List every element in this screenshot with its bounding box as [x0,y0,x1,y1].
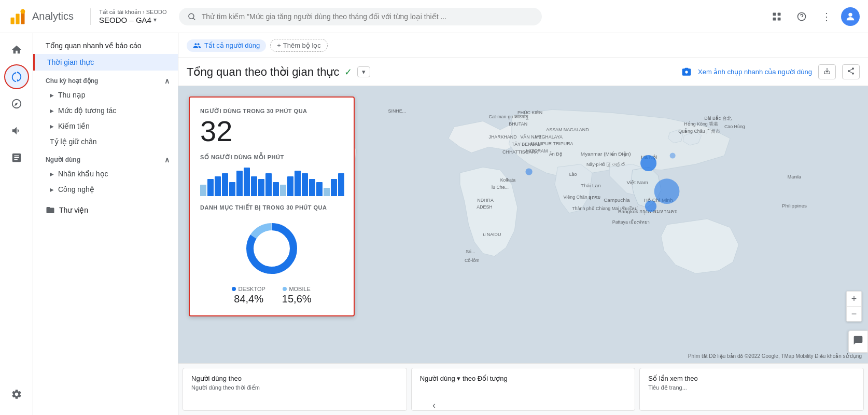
bar [309,179,315,196]
explore-icon[interactable] [4,91,29,116]
bottom-card-3-sub: Tiêu đề trang... [648,384,855,391]
lifecycle-collapse-icon: ∧ [164,77,170,85]
map-attribution: Phím tắt Dữ liệu bản đồ ©2022 Google, TM… [688,353,862,359]
svg-text:Hồng Kông 香港: Hồng Kông 香港 [684,121,718,127]
add-filter-chip[interactable]: + Thêm bộ lọc [270,39,328,52]
sidebar-item-overview[interactable]: Tổng quan nhanh về báo cáo [33,37,178,54]
svg-point-55 [654,178,680,204]
segment-icon [193,42,201,50]
bar [251,176,257,197]
donut-container: DESKTOP 84,4% MOBILE 15,6% [200,217,343,305]
svg-text:Sri...: Sri... [466,249,475,254]
mobile-pct: 15,6% [282,293,312,305]
bar [229,182,235,197]
bar [244,168,250,196]
search-bar[interactable] [179,8,542,25]
sidebar-overview-label: Tổng quan nhanh về báo cáo [46,42,142,50]
dropdown-button[interactable]: ▾ [357,66,370,77]
desktop-label-row: DESKTOP [232,286,265,292]
export-button[interactable] [818,64,836,79]
header-actions: ⋮ [766,6,860,27]
zoom-in-button[interactable]: + [847,292,861,306]
zoom-out-button[interactable]: − [847,307,861,321]
bottom-card-2: Người dùng ▾ theo Đối tượng [411,368,636,411]
rail-bottom [4,382,29,411]
bottom-card-1-sub: Người dùng theo thời điểm [191,384,398,391]
svg-point-12 [848,12,852,16]
svg-text:Việt Nam: Việt Nam [627,179,648,185]
svg-text:Philippines: Philippines [782,203,807,209]
account-selector[interactable]: Tất cả tài khoản › SEODO SEODO – GA4 ▾ [99,9,166,24]
bar [236,171,243,197]
library-folder-icon [46,205,55,215]
sidebar-realtime-label: Thời gian thực [47,58,94,66]
help-button[interactable] [791,6,812,27]
sidebar-item-tech[interactable]: ▶ Công nghệ [33,182,178,197]
bottom-card-1-title: Người dùng theo [191,375,398,382]
bar [258,179,264,196]
search-icon [187,12,196,21]
svg-text:Nây-pi-tô နေပြည်တော်: Nây-pi-tô နေပြည်တော် [586,162,625,167]
svg-point-54 [645,200,656,212]
camera-icon [681,67,692,77]
expand-icon-3: ▶ [50,123,54,129]
users-count: 32 [200,117,343,146]
svg-text:Thái Lan: Thái Lan [581,183,601,188]
app-title: Analytics [32,10,74,22]
svg-text:ASSAM NAGALAND: ASSAM NAGALAND [546,127,589,132]
sidebar-item-acquisition[interactable]: ▶ Thu nạp [33,87,178,103]
svg-text:BHUTAN: BHUTAN [509,121,527,127]
settings-icon[interactable] [4,382,29,407]
svg-point-3 [20,9,25,13]
svg-text:NDHRA: NDHRA [477,198,494,203]
home-icon[interactable] [4,37,29,62]
bar [273,182,279,197]
svg-text:Pattaya เมืองพัทยา: Pattaya เมืองพัทยา [612,219,650,225]
sidebar-section-lifecycle[interactable]: Chu kỳ hoạt động ∧ [33,71,178,87]
realtime-icon[interactable] [4,64,29,89]
mobile-legend: MOBILE 15,6% [282,286,312,305]
bar [338,173,344,196]
add-icon: + [277,42,281,49]
mobile-label-row: MOBILE [283,286,311,292]
sidebar-item-engagement[interactable]: ▶ Mức độ tương tác [33,103,178,118]
content-top-bar: Tất cả người dùng + Thêm bộ lọc [178,33,868,58]
chevron-down-icon: ▾ [153,16,157,23]
feedback-button[interactable] [848,330,868,353]
logo-area: Analytics [8,7,74,26]
sidebar-item-realtime[interactable]: Thời gian thực [33,54,178,71]
reports-icon[interactable] [4,145,29,170]
account-name: SEODO – GA4 ▾ [99,16,166,24]
sidebar-section-users[interactable]: Người dùng ∧ [33,149,178,166]
add-filter-label: Thêm bộ lọc [283,42,321,49]
avatar[interactable] [841,7,860,26]
page-title-right: Xem ảnh chụp nhanh của người dùng [681,64,860,79]
svg-text:Campuchia: Campuchia [604,197,630,203]
bottom-card-3: Số lần xem theo Tiêu đề trang... [639,368,864,411]
page-title-left: Tổng quan theo thời gian thực ✓ ▾ [187,65,370,79]
more-options-button[interactable]: ⋮ [816,6,837,27]
svg-text:PHÚC KIÊN: PHÚC KIÊN [517,110,542,115]
svg-rect-9 [778,17,781,20]
bar [302,173,308,196]
bar [265,173,272,196]
bar [207,179,214,196]
svg-text:Ân Độ: Ân Độ [549,151,563,157]
sidebar-item-library[interactable]: Thư viện [33,201,178,219]
svg-text:Quảng Châu 广州市: Quảng Châu 广州市 [678,128,720,134]
segment-chip-all-users[interactable]: Tất cả người dùng [187,39,266,52]
share-button[interactable] [842,64,860,79]
sidebar-item-demographics[interactable]: ▶ Nhân khẩu học [33,166,178,182]
svg-text:TÂY BENGAL: TÂY BENGAL [512,142,541,147]
grid-view-button[interactable] [766,6,787,27]
bar [331,179,337,196]
sidebar-item-monetization[interactable]: ▶ Kiếm tiền [33,118,178,134]
advertising-icon[interactable] [4,118,29,143]
expand-icon-2: ▶ [50,108,54,114]
main-layout: Tổng quan nhanh về báo cáo Thời gian thự… [0,33,868,415]
svg-rect-1 [16,13,19,24]
search-input[interactable] [202,12,534,21]
sidebar-item-retention[interactable]: Tỷ lệ giữ chân [33,134,178,149]
users-30min-label: NGƯỜI DÙNG TRONG 30 PHÚT QUA [200,108,343,115]
snapshot-label[interactable]: Xem ảnh chụp nhanh của người dùng [698,68,812,76]
